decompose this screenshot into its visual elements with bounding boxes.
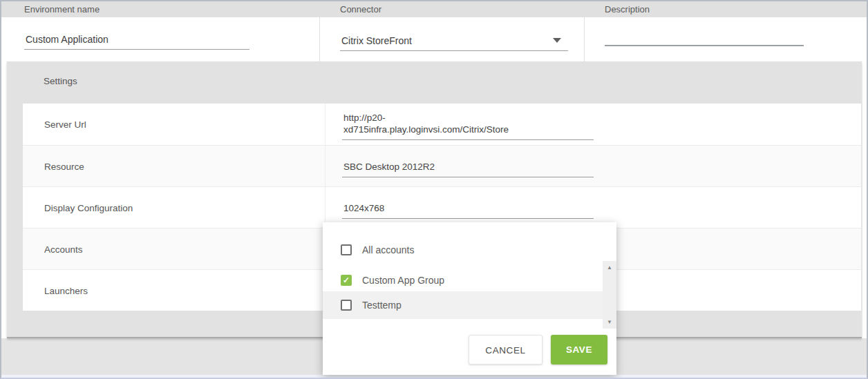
- display-configuration-input[interactable]: 1024x768: [342, 202, 594, 219]
- server-url-input[interactable]: http://p20- xd715infra.play.loginvsi.com…: [342, 112, 594, 140]
- description-input[interactable]: [605, 28, 804, 46]
- testtemp-checkbox[interactable]: ✓: [341, 300, 352, 311]
- accounts-label: Accounts: [44, 244, 83, 254]
- dropdown-scrollbar[interactable]: ▲ ▼: [603, 261, 616, 329]
- table-row-server-url: Server Url http://p20- xd715infra.play.l…: [23, 104, 861, 145]
- custom-app-group-item-label: Custom App Group: [362, 275, 444, 286]
- accounts-dropdown-popup: ✓ All accounts ✓ Custom App Group ✓ Test…: [323, 222, 616, 375]
- testtemp-item-label: Testtemp: [362, 300, 402, 311]
- environment-name-input[interactable]: Custom Application: [24, 28, 249, 50]
- all-accounts-checkbox[interactable]: ✓: [341, 244, 352, 255]
- check-icon: ✓: [343, 276, 350, 284]
- top-fields-row: Custom Application Citrix StoreFront: [1, 17, 867, 63]
- resource-input[interactable]: SBC Desktop 2012R2: [342, 161, 594, 177]
- column-divider: [319, 17, 320, 63]
- list-item-all-accounts[interactable]: ✓ All accounts: [323, 235, 616, 265]
- scroll-down-icon[interactable]: ▼: [603, 319, 616, 325]
- display-configuration-label: Display Configuration: [44, 202, 133, 213]
- environment-name-value: Custom Application: [26, 34, 108, 45]
- cancel-button[interactable]: CANCEL: [469, 335, 542, 365]
- column-divider: [584, 17, 585, 63]
- environment-name-label: Environment name: [24, 1, 100, 17]
- save-button[interactable]: SAVE: [551, 335, 607, 365]
- table-row-resource: Resource SBC Desktop 2012R2: [23, 145, 861, 186]
- environment-settings-window: Environment name Connector Description C…: [0, 0, 868, 379]
- bottom-strip: [1, 375, 867, 378]
- connector-label: Connector: [340, 1, 381, 17]
- table-row-display-configuration: Display Configuration 1024x768: [23, 186, 861, 228]
- column-header-band: Environment name Connector Description: [1, 1, 867, 17]
- settings-section-title: Settings: [44, 76, 77, 86]
- description-label: Description: [605, 1, 650, 17]
- all-accounts-item-label: All accounts: [362, 244, 414, 255]
- scroll-up-icon[interactable]: ▲: [603, 264, 616, 271]
- connector-select[interactable]: Citrix StoreFront: [340, 26, 568, 51]
- custom-app-group-checkbox[interactable]: ✓: [341, 275, 352, 286]
- list-item-testtemp[interactable]: ✓ Testtemp: [323, 291, 616, 319]
- connector-value: Citrix StoreFront: [341, 35, 412, 46]
- chevron-down-icon: [553, 38, 561, 43]
- server-url-label: Server Url: [44, 119, 86, 130]
- launchers-label: Launchers: [44, 285, 88, 295]
- resource-label: Resource: [44, 161, 84, 171]
